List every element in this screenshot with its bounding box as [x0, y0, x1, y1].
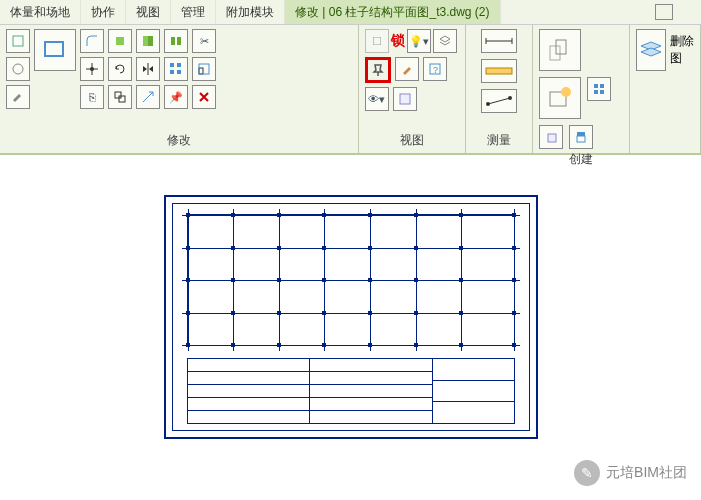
hammer-icon[interactable]	[6, 85, 30, 109]
dimension-icon[interactable]	[481, 29, 517, 53]
svg-rect-9	[171, 37, 175, 45]
brush-icon[interactable]	[395, 57, 419, 81]
column-node	[277, 311, 281, 315]
title-block	[187, 358, 515, 424]
component-icon[interactable]	[569, 125, 593, 149]
query-icon[interactable]: ?	[423, 57, 447, 81]
panel-delete-spacer	[636, 147, 694, 149]
svg-rect-20	[486, 68, 512, 74]
lock-label: 锁	[391, 32, 405, 50]
column-node	[322, 246, 326, 250]
column-node	[368, 278, 372, 282]
lightbulb-icon[interactable]: 💡▾	[407, 29, 431, 53]
column-node	[512, 278, 516, 282]
overflow-icon[interactable]	[655, 4, 673, 20]
svg-point-6	[90, 67, 94, 71]
column-grid	[187, 214, 515, 346]
pin-highlighted[interactable]	[365, 57, 391, 83]
svg-rect-33	[577, 132, 585, 136]
column-node	[368, 213, 372, 217]
tab-collaborate[interactable]: 协作	[81, 0, 126, 24]
svg-rect-24	[556, 40, 566, 54]
scale-icon[interactable]	[192, 57, 216, 81]
drawing-border	[172, 203, 530, 431]
svg-rect-19	[400, 94, 410, 104]
watermark-logo-icon: ✎	[574, 460, 600, 486]
svg-rect-5	[148, 36, 153, 46]
panel-create-label: 创建	[539, 149, 623, 168]
column-node	[322, 311, 326, 315]
delete-layers-icon[interactable]	[636, 29, 666, 71]
panel-modify-label: 修改	[6, 130, 352, 149]
svg-rect-2	[45, 42, 63, 56]
svg-rect-7	[115, 92, 121, 98]
paste-icon[interactable]	[6, 29, 30, 53]
svg-rect-28	[600, 84, 604, 88]
svg-rect-15	[199, 68, 203, 74]
column-node	[277, 213, 281, 217]
tab-mass-site[interactable]: 体量和场地	[0, 0, 81, 24]
column-node	[368, 343, 372, 347]
measure-icon[interactable]	[481, 89, 517, 113]
svg-rect-0	[13, 36, 23, 46]
column-node	[186, 246, 190, 250]
ruler-icon[interactable]	[481, 59, 517, 83]
column-node	[368, 311, 372, 315]
column-node	[512, 213, 516, 217]
column-node	[231, 343, 235, 347]
tab-addins[interactable]: 附加模块	[216, 0, 285, 24]
array-icon[interactable]	[164, 57, 188, 81]
column-node	[414, 278, 418, 282]
panel-create: 创建	[533, 25, 630, 153]
rotate-icon[interactable]	[108, 57, 132, 81]
load-family-icon[interactable]	[539, 77, 581, 119]
join-icon[interactable]	[136, 29, 160, 53]
offset-icon[interactable]	[108, 85, 132, 109]
panel-view-label: 视图	[365, 130, 459, 149]
align-icon[interactable]	[164, 29, 188, 53]
cut-profile-icon[interactable]	[34, 29, 76, 71]
column-node	[186, 213, 190, 217]
column-node	[368, 246, 372, 250]
column-node	[322, 213, 326, 217]
mirror-icon[interactable]	[136, 57, 160, 81]
match-icon[interactable]	[6, 57, 30, 81]
svg-rect-8	[119, 96, 125, 102]
column-node	[322, 278, 326, 282]
graphics-icon[interactable]	[393, 87, 417, 111]
create-similar-icon[interactable]	[539, 29, 581, 71]
panel-measure-label: 测量	[472, 130, 526, 149]
column-node	[459, 278, 463, 282]
ribbon: ⎘ ✂ 📌 修改	[0, 25, 701, 155]
column-node	[459, 311, 463, 315]
svg-rect-13	[170, 70, 174, 74]
column-node	[459, 246, 463, 250]
cope-icon[interactable]	[80, 29, 104, 53]
trim-icon[interactable]	[136, 85, 160, 109]
group-icon[interactable]	[587, 77, 611, 101]
watermark-text: 元培BIM社团	[606, 464, 687, 482]
layers-icon[interactable]	[433, 29, 457, 53]
column-node	[322, 343, 326, 347]
split-icon[interactable]: ✂	[192, 29, 216, 53]
hide-icon[interactable]: ☐	[365, 29, 389, 53]
column-node	[459, 343, 463, 347]
delete-icon[interactable]	[192, 85, 216, 109]
copy-icon[interactable]: ⎘	[80, 85, 104, 109]
column-node	[231, 213, 235, 217]
svg-rect-29	[594, 90, 598, 94]
panel-view: ☐ 锁 💡▾ ? 👁▾ 视图	[359, 25, 466, 153]
pin-icon[interactable]: 📌	[164, 85, 188, 109]
column-node	[277, 343, 281, 347]
tab-modify-active[interactable]: 修改 | 06 柱子结构平面图_t3.dwg (2)	[285, 0, 501, 24]
panel-measure: 测量	[466, 25, 533, 153]
visibility-icon[interactable]: 👁▾	[365, 87, 389, 111]
assembly-icon[interactable]	[539, 125, 563, 149]
column-node	[231, 246, 235, 250]
tab-view[interactable]: 视图	[126, 0, 171, 24]
cut-icon[interactable]	[108, 29, 132, 53]
svg-rect-3	[116, 37, 124, 45]
move-icon[interactable]	[80, 57, 104, 81]
drawing-canvas[interactable]	[0, 155, 701, 439]
tab-manage[interactable]: 管理	[171, 0, 216, 24]
